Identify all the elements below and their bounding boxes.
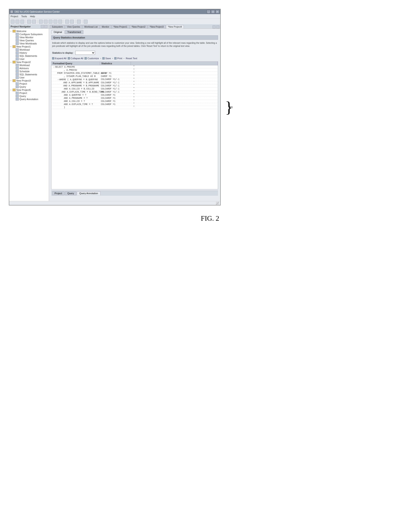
item-icon <box>16 33 19 36</box>
pane-minimize-button[interactable] <box>44 25 47 28</box>
sub-tab-transformed[interactable]: Transformed <box>65 30 83 34</box>
toolbar-button[interactable] <box>11 20 15 24</box>
tree-node[interactable]: View Monitor <box>10 36 48 39</box>
item-icon <box>16 42 19 45</box>
editor-tab[interactable]: Workload List <box>82 25 100 28</box>
item-icon <box>16 82 19 85</box>
item-icon <box>16 64 19 67</box>
project-tree[interactable]: −WelcomeConfigure SubsystemView MonitorV… <box>9 29 49 201</box>
reset-text-link[interactable]: Reset Text <box>126 57 137 60</box>
expand-all-link[interactable]: Expand All <box>52 57 67 60</box>
bottom-tab-query[interactable]: Query <box>65 191 76 195</box>
project-navigator-pane: Project Navigator −WelcomeConfigure Subs… <box>9 24 49 201</box>
statistics-label: Statistics to display: <box>52 51 73 54</box>
tree-node[interactable]: −New Project5 <box>10 88 48 91</box>
statistics-selector-row: Statistics to display: <box>51 49 218 56</box>
col-statistics[interactable]: Statistics <box>100 62 131 65</box>
tree-node[interactable]: −New Project3 <box>10 79 48 82</box>
tree-node[interactable]: Project <box>10 91 48 95</box>
tree-node[interactable]: Query <box>10 85 48 88</box>
tree-node[interactable]: SQL Statements <box>10 73 48 76</box>
save-link[interactable]: Save <box>102 57 111 60</box>
toolbar-button[interactable] <box>44 20 48 24</box>
menu-tools[interactable]: Tools <box>21 15 27 18</box>
toolbar-button[interactable] <box>84 20 88 24</box>
bottom-tab-project[interactable]: Project <box>52 191 64 195</box>
tree-node[interactable]: −New Project2 <box>10 60 48 64</box>
toolbar-button[interactable] <box>20 20 24 24</box>
bottom-tab-query-annotation[interactable]: Query Annotation <box>77 191 101 195</box>
collapse-all-link[interactable]: Collapse All <box>68 57 83 60</box>
tree-node[interactable]: Query <box>10 95 48 98</box>
tab-menu-button[interactable] <box>213 25 216 28</box>
tree-node[interactable]: Schedule <box>10 70 48 73</box>
print-link[interactable]: Print <box>114 57 122 60</box>
navigator-title: Project Navigator <box>11 25 31 28</box>
tree-node[interactable]: View Workloads <box>10 42 48 45</box>
editor-tab[interactable]: Monitor <box>100 25 111 28</box>
folder-icon <box>12 79 16 82</box>
editor-tab[interactable]: *New Project1 <box>112 25 129 28</box>
navigator-header: Project Navigator <box>9 24 49 29</box>
minimize-button[interactable]: _ <box>207 10 211 13</box>
toolbar-button[interactable] <box>32 20 36 24</box>
item-icon <box>16 73 19 76</box>
toolbar-button[interactable] <box>27 20 31 24</box>
close-button[interactable]: × <box>216 10 219 13</box>
item-icon <box>16 67 19 70</box>
status-bar <box>9 201 220 205</box>
tree-node[interactable]: −New Project1 <box>10 45 48 48</box>
tree-node[interactable]: Advisors <box>10 67 48 70</box>
expand-icon <box>52 57 54 60</box>
tree-node[interactable]: Workload <box>10 48 48 51</box>
item-icon <box>16 58 19 60</box>
tree-node[interactable]: Configure Subsystem <box>10 33 48 36</box>
editor-tab[interactable]: View Queries <box>65 25 82 28</box>
toolbar-button[interactable] <box>58 20 62 24</box>
item-icon <box>16 55 19 57</box>
toolbar-button[interactable] <box>39 20 43 24</box>
tree-node[interactable]: User <box>10 58 48 60</box>
toolbar-button[interactable] <box>65 20 69 24</box>
tree-node[interactable]: Project <box>10 82 48 85</box>
col-formatted-query[interactable]: Formatted Query <box>51 62 100 65</box>
statistics-select[interactable] <box>75 51 95 55</box>
editor-pane: SubsystemView QueriesWorkload ListMonito… <box>49 24 220 201</box>
tree-node[interactable]: Workload <box>10 64 48 67</box>
folder-icon <box>12 45 16 48</box>
tab-max-button[interactable] <box>216 25 219 28</box>
toolbar-button[interactable] <box>53 20 57 24</box>
tree-node[interactable]: View Queries <box>10 39 48 42</box>
action-row: Expand All Collapse All Customize • Save… <box>51 56 218 60</box>
item-icon <box>16 98 19 100</box>
editor-tab[interactable]: Subsystem <box>50 25 65 28</box>
bottom-tab-strip: Project Query Query Annotation <box>51 191 218 196</box>
menu-help[interactable]: Help <box>30 15 35 18</box>
editor-tab[interactable]: *New Project4 <box>166 25 184 28</box>
editor-tab[interactable]: *New Project3 <box>148 25 166 28</box>
pane-menu-button[interactable] <box>41 25 44 28</box>
grid-body[interactable]: −SELECT A.PROCMS, A.PROCSUFROM SYSACMIN.… <box>51 65 218 189</box>
tree-node[interactable]: Query Annotation <box>10 98 48 101</box>
toolbar-button[interactable] <box>70 20 74 24</box>
editor-tab-strip: SubsystemView QueriesWorkload ListMonito… <box>49 24 220 29</box>
toolbar-button[interactable] <box>77 20 81 24</box>
toolbar-button[interactable] <box>15 20 19 24</box>
resize-grip-icon[interactable] <box>216 202 219 205</box>
tree-node[interactable]: SQL Statements <box>10 54 48 58</box>
menu-bar: Project Tools Help <box>9 14 220 19</box>
toolbar-button[interactable] <box>48 20 53 24</box>
tree-node[interactable]: History <box>10 51 48 54</box>
save-icon <box>102 57 105 60</box>
callout-label: } 201 <box>225 103 233 111</box>
collapse-icon <box>68 57 70 60</box>
sub-tab-strip: Original Transformed <box>51 30 218 34</box>
menu-project[interactable]: Project <box>11 15 18 18</box>
tree-node[interactable]: −Welcome <box>10 30 48 33</box>
query-grid: Formatted Query Statistics −SELECT A.PRO… <box>51 61 218 189</box>
customize-link[interactable]: Customize <box>85 57 99 60</box>
editor-tab[interactable]: *New Project2 <box>130 25 148 28</box>
sub-tab-original[interactable]: Original <box>51 30 64 34</box>
maximize-button[interactable]: □ <box>211 10 215 13</box>
tree-node[interactable]: User <box>10 76 48 79</box>
